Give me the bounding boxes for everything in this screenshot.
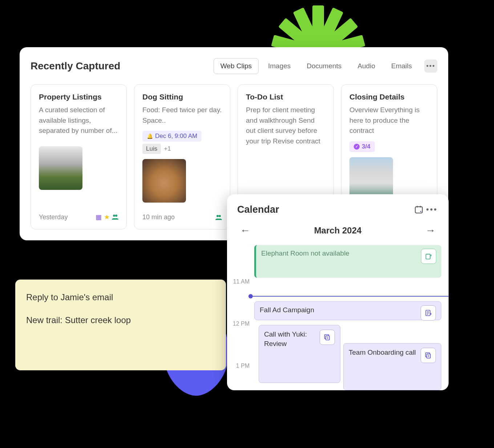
calendar-month: March 2024 [314, 225, 362, 236]
card-body: A curated selection of available listing… [39, 105, 118, 136]
arrow-right-icon: → [425, 225, 436, 236]
card-title: Property Listings [39, 93, 118, 101]
shared-icon [215, 215, 222, 220]
calendar-icon[interactable] [412, 203, 425, 216]
svg-rect-5 [427, 354, 430, 358]
person-extra: +1 [164, 145, 171, 152]
card-body: Prep for client meeting and walkthrough … [246, 105, 325, 146]
svg-rect-0 [415, 207, 422, 213]
bell-icon: 🔔 [147, 133, 153, 139]
person-chip: Luis +1 [142, 144, 171, 154]
ellipsis-icon: ••• [426, 205, 438, 214]
svg-rect-4 [326, 336, 329, 340]
person-name: Luis [142, 144, 161, 154]
check-circle-icon: ✓ [354, 144, 360, 150]
event-copy-icon[interactable] [320, 330, 335, 345]
sticky-line-2: New trail: Sutter creek loop [26, 315, 215, 325]
next-month-button[interactable]: → [422, 223, 438, 238]
card-thumbnail [142, 159, 186, 203]
ellipsis-icon: ••• [426, 62, 436, 70]
event-team-onboarding[interactable]: Team Onboarding call [343, 343, 441, 390]
time-label: 12 PM [227, 321, 252, 327]
sticky-note[interactable]: Reply to Jamie's email New trail: Sutter… [15, 280, 226, 370]
calendar-more-button[interactable]: ••• [425, 203, 438, 216]
event-title: Fall Ad Campaign [260, 305, 421, 315]
time-label: 1 PM [227, 363, 252, 369]
time-label: 11 AM [227, 278, 252, 285]
reminder-text: Dec 6, 9:00 AM [155, 133, 197, 140]
prev-month-button[interactable]: ← [237, 223, 253, 238]
note-icon: ▦ [96, 213, 102, 221]
calendar-grid: 11 AM 12 PM 1 PM Elephant Room not avail… [227, 245, 449, 390]
current-time-indicator [251, 296, 449, 297]
arrow-left-icon: ← [240, 225, 250, 236]
card-title: To-Do List [246, 93, 325, 101]
card-time: 10 min ago [142, 213, 175, 221]
card-title: Dog Sitting [142, 93, 222, 101]
reminder-chip: 🔔 Dec 6, 9:00 AM [142, 131, 202, 142]
event-elephant-room[interactable]: Elephant Room not available [254, 245, 441, 278]
card-property-listings[interactable]: Property Listings A curated selection of… [31, 84, 127, 229]
sunburst-decoration [258, 2, 374, 53]
sticky-line-1: Reply to Jamie's email [26, 292, 215, 302]
more-button[interactable]: ••• [424, 60, 437, 73]
calendar-panel: Calendar ••• ← March 2024 → 11 AM 12 PM … [227, 194, 449, 390]
event-copy-icon[interactable] [421, 348, 436, 363]
card-thumbnail [39, 146, 82, 190]
filter-tabs: Web Clips Images Documents Audio Emails … [214, 58, 437, 74]
event-call-yuki[interactable]: Call with Yuki: Review [259, 325, 340, 383]
card-body: Food: Feed twice per day. Space.. [142, 105, 222, 126]
tab-web-clips[interactable]: Web Clips [214, 58, 259, 74]
card-time: Yesterday [39, 213, 68, 221]
svg-point-1 [420, 211, 421, 212]
event-title: Elephant Room not available [261, 249, 421, 258]
tab-emails[interactable]: Emails [385, 58, 418, 74]
card-title: Closing Details [349, 93, 429, 101]
event-fall-ad[interactable]: Fall Ad Campaign [254, 301, 441, 320]
event-action-icon[interactable] [421, 249, 436, 264]
card-body: Overview Everything is here to produce t… [349, 105, 429, 136]
tab-documents[interactable]: Documents [300, 58, 348, 74]
tab-images[interactable]: Images [262, 58, 297, 74]
star-icon: ★ [104, 213, 110, 221]
event-note-icon[interactable] [421, 305, 436, 321]
calendar-title: Calendar [237, 204, 412, 215]
progress-chip: ✓ 3/4 [349, 141, 375, 152]
recently-title: Recently Captured [31, 60, 214, 72]
tab-audio[interactable]: Audio [351, 58, 382, 74]
event-title: Team Onboarding call [349, 348, 421, 357]
card-dog-sitting[interactable]: Dog Sitting Food: Feed twice per day. Sp… [134, 84, 230, 229]
svg-rect-2 [426, 254, 430, 259]
shared-icon [112, 215, 118, 220]
event-title: Call with Yuki: Review [264, 330, 320, 348]
progress-text: 3/4 [362, 143, 370, 150]
